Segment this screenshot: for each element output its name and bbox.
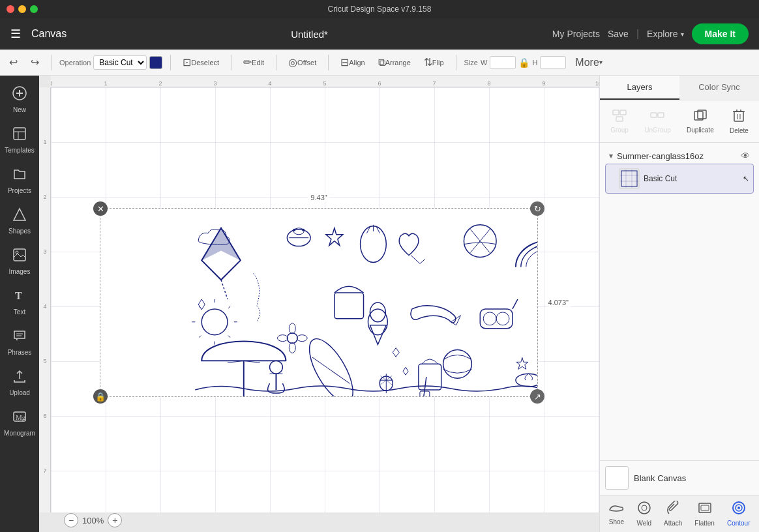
close-button[interactable] (7, 5, 14, 13)
my-projects-link[interactable]: My Projects (552, 29, 600, 39)
sidebar-item-phrases[interactable]: Phrases (2, 323, 37, 361)
toolbar-separator-3 (231, 55, 231, 70)
nav-actions: My Projects Save | Explore ▾ Make It (552, 23, 749, 44)
group-tool: Group (605, 106, 634, 136)
blank-canvas-label: Blank Canvas (634, 473, 686, 483)
sidebar-label-projects: Projects (8, 187, 31, 194)
h-label: H (532, 59, 537, 66)
chevron-down-icon-toolbar: ▾ (599, 59, 603, 66)
attach-label: Attach (664, 520, 682, 527)
eye-icon[interactable]: 👁 (741, 151, 750, 161)
sidebar-item-projects[interactable]: Projects (2, 162, 37, 200)
app-name: Canvas (31, 28, 67, 40)
svg-point-105 (737, 507, 740, 509)
maximize-button[interactable] (30, 5, 38, 13)
operation-label: Operation (59, 59, 91, 66)
svg-rect-84 (658, 113, 664, 117)
zoom-out-icon: − (68, 515, 74, 525)
zoom-bar: − 100% + (51, 511, 599, 529)
duplicate-tool[interactable]: Duplicate (681, 106, 719, 136)
svg-point-23 (302, 229, 305, 231)
design-svg (100, 209, 537, 396)
operation-select[interactable]: Basic Cut (93, 55, 147, 70)
design-container[interactable]: ✕ ↻ 🔒 ↗ 9.43" 4.073" (100, 208, 538, 397)
shoe-label: Shoe (609, 518, 624, 525)
sidebar-label-monogram: Monogram (4, 430, 35, 437)
handle-top-left[interactable]: ✕ (93, 201, 108, 216)
handle-bottom-left[interactable]: 🔒 (93, 389, 108, 404)
flip-icon: ⇅ (424, 56, 432, 68)
redo-button[interactable]: ↪ (27, 53, 43, 71)
sidebar-item-new[interactable]: New (2, 81, 37, 119)
grid-canvas[interactable]: ✕ ↻ 🔒 ↗ 9.43" 4.073" (51, 87, 599, 512)
svg-rect-7 (14, 249, 25, 261)
height-dimension: 4.073" (546, 298, 571, 307)
zoom-in-button[interactable]: + (108, 513, 122, 527)
minimize-button[interactable] (18, 5, 26, 13)
bottom-tool-flatten[interactable]: Flatten (691, 498, 719, 529)
flatten-label: Flatten (694, 520, 715, 527)
handle-top-right[interactable]: ↻ (530, 201, 544, 216)
zoom-value: 100% (82, 516, 104, 525)
more-button[interactable]: More ▾ (571, 54, 606, 71)
bottom-tool-shoe[interactable]: Shoe (604, 498, 628, 529)
bottom-tool-contour[interactable]: Contour (723, 498, 754, 529)
height-input[interactable] (540, 56, 566, 69)
sidebar-item-monogram[interactable]: Mg Monogram (2, 404, 37, 442)
tab-color-sync[interactable]: Color Sync (679, 76, 759, 100)
save-link[interactable]: Save (608, 29, 629, 39)
weld-label: Weld (636, 520, 651, 527)
svg-rect-93 (620, 170, 638, 188)
bottom-tool-attach[interactable]: Attach (660, 498, 686, 529)
ruler-vertical: 1 2 3 4 5 6 7 8 (39, 87, 51, 512)
bottom-tool-weld[interactable]: Weld (632, 498, 655, 529)
edit-label: Edit (252, 59, 264, 66)
bottom-tools: Shoe Weld Attach Flatten (600, 495, 759, 532)
flip-button[interactable]: ⇅ Flip (420, 53, 448, 71)
phrases-icon (12, 329, 27, 346)
svg-rect-82 (616, 117, 623, 121)
align-label: Align (349, 59, 365, 66)
tab-layers[interactable]: Layers (600, 76, 679, 100)
explore-label: Explore (647, 29, 677, 39)
layer-thumbnail (619, 168, 640, 189)
panel-toolbar: Group UnGroup Duplicate Delete (600, 100, 759, 143)
hamburger-menu[interactable]: ☰ (10, 27, 21, 41)
document-title[interactable]: Untitled* (77, 29, 542, 40)
canvas-area[interactable]: 0 1 2 3 4 5 6 7 8 9 10 1 2 3 4 5 6 7 8 (39, 76, 599, 532)
arrange-button[interactable]: ⧉ Arrange (374, 54, 415, 71)
main-area: New Templates Projects Shapes Images (0, 76, 759, 532)
svg-point-99 (638, 502, 650, 514)
sidebar-item-templates[interactable]: Templates (2, 121, 37, 159)
duplicate-icon (693, 109, 707, 125)
size-label: Size (464, 59, 478, 66)
color-swatch[interactable] (149, 56, 162, 69)
zoom-out-button[interactable]: − (64, 513, 78, 527)
make-it-button[interactable]: Make It (692, 23, 749, 44)
delete-tool[interactable]: Delete (724, 106, 754, 137)
layer-group[interactable]: ▾ Summer-canglass16oz 👁 (605, 148, 754, 164)
layer-item-label: Basic Cut (644, 174, 739, 183)
layer-item-basic-cut[interactable]: Basic Cut ↖ (605, 164, 754, 194)
undo-button[interactable]: ↩ (5, 53, 22, 71)
edit-button[interactable]: ✏ Edit (239, 53, 268, 71)
width-input[interactable] (490, 56, 516, 69)
sidebar-item-upload[interactable]: Upload (2, 364, 37, 402)
attach-icon (666, 501, 680, 518)
blank-canvas-swatch[interactable] (605, 466, 629, 490)
deselect-icon: ⊡ (183, 56, 191, 68)
sidebar-item-text[interactable]: T Text (2, 283, 37, 321)
sidebar-item-shapes[interactable]: Shapes (2, 202, 37, 240)
deselect-button[interactable]: ⊡ Deselect (179, 53, 223, 71)
offset-button[interactable]: ◎ Offset (284, 53, 320, 71)
toolbar-separator-2 (170, 55, 171, 70)
explore-button[interactable]: Explore ▾ (647, 29, 683, 39)
align-button[interactable]: ⊟ Align (336, 53, 368, 71)
sidebar-label-images: Images (9, 268, 31, 275)
group-icon (612, 109, 627, 125)
handle-bottom-right[interactable]: ↗ (530, 389, 544, 404)
ungroup-tool: UnGroup (639, 106, 676, 136)
traffic-lights[interactable] (7, 5, 38, 13)
sidebar-item-images[interactable]: Images (2, 243, 37, 280)
cursor-indicator: ↖ (743, 174, 749, 183)
